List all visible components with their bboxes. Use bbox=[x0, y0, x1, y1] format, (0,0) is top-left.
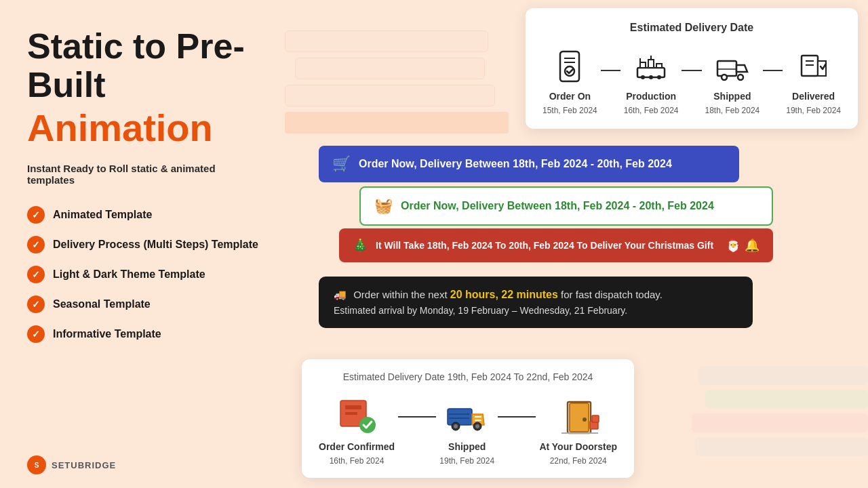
step-icon-production bbox=[631, 46, 671, 87]
main-title-line1: Static to Pre-Built bbox=[27, 27, 264, 104]
check-icon-5 bbox=[27, 325, 45, 343]
check-icon-3 bbox=[27, 266, 45, 283]
step-line-3 bbox=[763, 70, 783, 71]
bg-fade-5 bbox=[698, 366, 868, 385]
right-section: Estimated Delivery Date Order On bbox=[285, 0, 868, 488]
brand-name: SETUBRIDGE bbox=[52, 460, 116, 470]
step-delivered: Delivered 19th, Feb 2024 bbox=[786, 46, 841, 115]
feature-list: Animated Template Delivery Process (Mult… bbox=[27, 206, 264, 343]
step-date-order: 15th, Feb 2024 bbox=[542, 106, 597, 115]
check-icon-4 bbox=[27, 296, 45, 313]
svg-point-10 bbox=[641, 75, 645, 79]
check-icon-2 bbox=[27, 236, 45, 253]
step-order-on: Order On 15th, Feb 2024 bbox=[542, 46, 597, 115]
bottom-delivery-card: Estimated Delivery Date 19th, Feb 2024 T… bbox=[302, 359, 634, 478]
svg-rect-6 bbox=[648, 60, 654, 68]
subtitle: Instant Ready to Roll static & animated … bbox=[27, 163, 264, 186]
feature-text-2: Delivery Process (Multi Steps) Template bbox=[53, 239, 258, 251]
banner-dark-suffix: for fast dispatch today. bbox=[558, 289, 663, 300]
bg-fade-1 bbox=[285, 30, 488, 52]
step-icon-delivered bbox=[793, 46, 834, 87]
feature-item-3: Light & Dark Theme Template bbox=[27, 266, 264, 283]
check-icon-1 bbox=[27, 206, 45, 224]
brand-logo-icon: S bbox=[27, 455, 46, 474]
banner-green-text: Order Now, Delivery Between 18th, Feb 20… bbox=[401, 200, 714, 212]
brand-footer: S SETUBRIDGE bbox=[27, 455, 116, 474]
bottom-line-2 bbox=[498, 416, 536, 418]
step-line-2 bbox=[682, 70, 701, 71]
svg-rect-13 bbox=[717, 61, 736, 76]
svg-rect-22 bbox=[345, 412, 357, 415]
feature-item-1: Animated Template bbox=[27, 206, 264, 224]
step-label-order: Order On bbox=[549, 91, 591, 102]
svg-rect-33 bbox=[570, 403, 589, 432]
banner-blue-text: Order Now, Delivery Between 18th, Feb 20… bbox=[359, 158, 672, 170]
step-date-delivered: 19th, Feb 2024 bbox=[786, 106, 841, 115]
bottom-label-confirmed: Order Confirmed bbox=[319, 441, 395, 452]
bottom-icon-doorstep bbox=[555, 393, 602, 437]
svg-point-35 bbox=[583, 418, 587, 422]
bottom-date-shipped: 19th, Feb 2024 bbox=[439, 456, 494, 466]
xmas-decorations: 🎅 🔔 bbox=[726, 238, 760, 253]
svg-rect-7 bbox=[656, 64, 662, 68]
svg-point-12 bbox=[657, 75, 661, 79]
bg-fade-6 bbox=[705, 390, 868, 409]
svg-point-15 bbox=[738, 75, 743, 80]
bg-fade-3 bbox=[285, 85, 495, 106]
left-section: Static to Pre-Built Animation Instant Re… bbox=[0, 0, 285, 488]
santa-icon: 🎅 bbox=[726, 238, 741, 253]
step-production: Production 16th, Feb 2024 bbox=[624, 46, 679, 115]
bottom-line-1 bbox=[398, 416, 436, 418]
step-label-shipped: Shipped bbox=[713, 91, 751, 102]
bottom-date-confirmed: 16th, Feb 2024 bbox=[330, 456, 384, 466]
bg-fade-2 bbox=[295, 58, 485, 79]
delivery-process-card: Estimated Delivery Date Order On bbox=[526, 8, 858, 129]
svg-rect-21 bbox=[345, 405, 361, 409]
christmas-tree-icon: 🎄 bbox=[353, 238, 368, 253]
step-shipped: Shipped 18th, Feb 2024 bbox=[705, 46, 760, 115]
bottom-icon-confirmed bbox=[333, 393, 380, 437]
bottom-icon-shipped bbox=[443, 393, 491, 437]
svg-rect-24 bbox=[448, 409, 472, 425]
bottom-steps: Order Confirmed 16th, Feb 2024 bbox=[319, 393, 617, 466]
cart-icon-blue: 🛒 bbox=[332, 155, 351, 173]
svg-rect-5 bbox=[640, 62, 646, 68]
bottom-label-shipped: Shipped bbox=[448, 441, 486, 452]
banner-dark-highlight: 20 hours, 22 minutes bbox=[450, 289, 558, 300]
feature-item-2: Delivery Process (Multi Steps) Template bbox=[27, 236, 264, 253]
svg-point-26 bbox=[454, 424, 458, 428]
bottom-date-doorstep: 22nd, Feb 2024 bbox=[550, 456, 607, 466]
banner-dark: 🚚 Order within the next 20 hours, 22 min… bbox=[319, 277, 753, 328]
feature-text-4: Seasonal Template bbox=[53, 298, 151, 310]
step-icon-shipped bbox=[712, 46, 753, 87]
svg-point-14 bbox=[722, 75, 727, 80]
bottom-step-shipped: Shipped 19th, Feb 2024 bbox=[439, 393, 494, 466]
bg-fade-7 bbox=[692, 413, 868, 432]
banner-christmas-text: It Will Take 18th, Feb 2024 To 20th, Feb… bbox=[376, 240, 717, 251]
banner-dark-line1: 🚚 Order within the next 20 hours, 22 min… bbox=[334, 289, 738, 301]
banner-blue: 🛒 Order Now, Delivery Between 18th, Feb … bbox=[319, 146, 739, 182]
main-title-line2: Animation bbox=[27, 107, 264, 149]
banner-christmas: 🎄 It Will Take 18th, Feb 2024 To 20th, F… bbox=[339, 228, 773, 262]
delivery-steps: Order On 15th, Feb 2024 bbox=[542, 46, 841, 115]
feature-text-5: Informative Template bbox=[53, 328, 161, 340]
feature-item-5: Informative Template bbox=[27, 325, 264, 343]
bottom-step-doorstep: At Your Doorstep 22nd, Feb 2024 bbox=[539, 393, 617, 466]
bell-icon: 🔔 bbox=[745, 238, 760, 253]
feature-text-1: Animated Template bbox=[53, 209, 152, 221]
bottom-step-confirmed: Order Confirmed 16th, Feb 2024 bbox=[319, 393, 395, 466]
step-date-shipped: 18th, Feb 2024 bbox=[705, 106, 760, 115]
truck-icon-dark: 🚚 bbox=[334, 289, 347, 300]
step-label-delivered: Delivered bbox=[792, 91, 835, 102]
step-icon-order bbox=[549, 46, 590, 87]
banner-dark-prefix: Order within the next bbox=[353, 289, 450, 300]
step-line-1 bbox=[601, 70, 620, 71]
basket-icon-green: 🧺 bbox=[374, 197, 393, 215]
step-date-production: 16th, Feb 2024 bbox=[624, 106, 679, 115]
feature-text-3: Light & Dark Theme Template bbox=[53, 268, 205, 281]
svg-point-11 bbox=[649, 75, 653, 79]
bg-fade-8 bbox=[695, 437, 868, 456]
banner-dark-line2: Estimated arrival by Monday, 19 February… bbox=[334, 305, 738, 316]
feature-item-4: Seasonal Template bbox=[27, 296, 264, 313]
bottom-card-title: Estimated Delivery Date 19th, Feb 2024 T… bbox=[319, 371, 617, 382]
